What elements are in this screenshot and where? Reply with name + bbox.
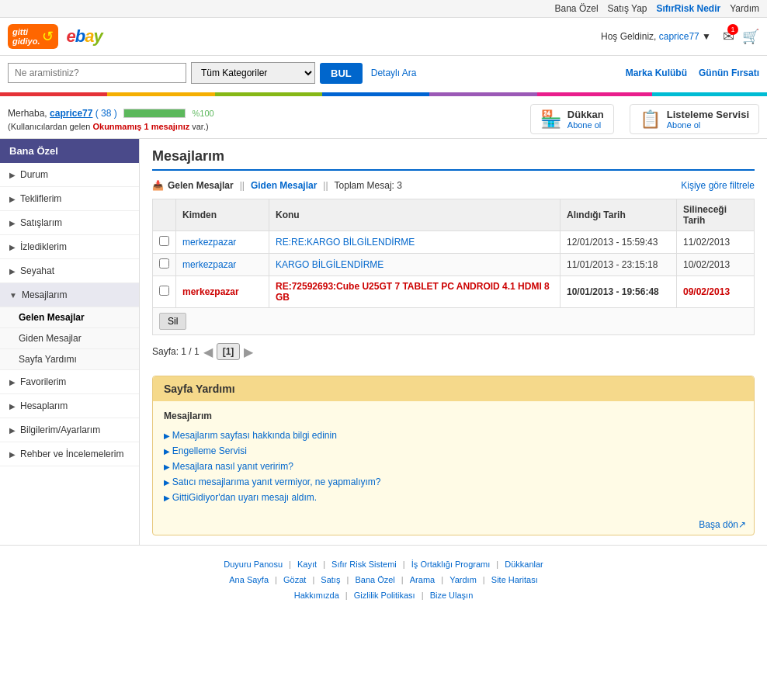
username-link[interactable]: caprice77: [659, 31, 699, 42]
footer-link-bize-ulasin[interactable]: Bize Ulaşın: [430, 591, 474, 600]
listeleme-title: Listeleme Servisi: [667, 109, 749, 120]
mail-icon[interactable]: ✉ 1: [723, 28, 734, 45]
footer-link-gozat[interactable]: Gözat: [283, 575, 306, 584]
sidebar-item-durum[interactable]: ▶ Durum: [0, 163, 139, 187]
sidebar-item-izlediklerim[interactable]: ▶ İzlediklerim: [0, 235, 139, 259]
th-date: Alındığı Tarih: [560, 199, 677, 231]
sidebar-item-rehber[interactable]: ▶ Rehber ve İncelemelerim: [0, 442, 139, 466]
nav-yardim[interactable]: Yardım: [730, 3, 759, 14]
user-profile-link[interactable]: caprice77: [50, 108, 92, 119]
help-box-body: Mesajlarım Mesajlarım sayfası hakkında b…: [153, 401, 754, 515]
nav-sifir-risk[interactable]: SıfırRisk Nedir: [657, 3, 721, 14]
footer-link-ana-sayfa[interactable]: Ana Sayfa: [229, 575, 269, 584]
sidebar-label-tekliflerim: Tekliflerim: [20, 193, 61, 204]
footer-link-bana-ozel[interactable]: Bana Özel: [355, 575, 394, 584]
messages-table: Kimden Konu Alındığı Tarih Silineceği Ta…: [152, 199, 755, 335]
arrow-icon-favorilerim: ▶: [9, 378, 16, 386]
footer-link-gizlilik[interactable]: Gizlilik Politikası: [354, 591, 415, 600]
nav-bana-ozel[interactable]: Bana Özel: [555, 3, 599, 14]
nav-satis-yap[interactable]: Satış Yap: [608, 3, 647, 14]
footer: Duyuru Panosu | Kayıt | Sıfır Risk Siste…: [0, 545, 767, 615]
footer-link-site-haritasi[interactable]: Site Haritası: [491, 575, 538, 584]
tab-separator-2: ||: [323, 180, 328, 191]
row2-from-link[interactable]: merkezpazar: [182, 259, 236, 270]
sidebar-label-durum: Durum: [20, 169, 48, 180]
back-to-top[interactable]: Başa dön↗: [153, 515, 754, 535]
filter-link[interactable]: Kişiye göre filtrele: [681, 180, 755, 191]
sidebar-label-favorilerim: Favorilerim: [20, 376, 66, 387]
footer-link-kayit[interactable]: Kayıt: [297, 560, 317, 569]
delete-button[interactable]: Sil: [159, 313, 186, 330]
current-page[interactable]: [1]: [217, 343, 241, 360]
unread-link[interactable]: Okunmamış 1 mesajınız: [92, 122, 189, 131]
row2-date: 11/01/2013 - 23:15:18: [560, 254, 677, 276]
row3-delete-date: 09/02/2013: [677, 276, 755, 308]
help-link-5[interactable]: GittiGidiyor'dan uyarı mesajı aldım.: [164, 490, 743, 505]
row2-checkbox[interactable]: [159, 258, 169, 269]
dropdown-arrow[interactable]: ▼: [702, 31, 711, 42]
user-welcome-right: 🏪 Dükkan Abone ol 📋 Listeleme Servisi Ab…: [530, 104, 759, 134]
th-subject: Konu: [269, 199, 560, 231]
gitti-logo[interactable]: gittigidiyo. ↺: [8, 24, 58, 49]
row1-from-link[interactable]: merkezpazar: [182, 237, 236, 248]
ebay-logo[interactable]: ebay: [66, 26, 102, 47]
footer-link-dukkanlar[interactable]: Dükkanlar: [505, 560, 543, 569]
sidebar-item-tekliflerim[interactable]: ▶ Tekliflerim: [0, 187, 139, 211]
help-link-3[interactable]: Mesajlara nasıl yanıt veririm?: [164, 459, 743, 474]
row2-delete-date: 10/02/2013: [677, 254, 755, 276]
gun-firsati-link[interactable]: Günün Fırsatı: [699, 68, 759, 78]
percent-text: %100: [192, 109, 213, 118]
sidebar-sub-gelen[interactable]: Gelen Mesajlar: [0, 307, 139, 328]
category-select[interactable]: Tüm Kategoriler: [191, 62, 315, 84]
listeleme-subtitle[interactable]: Abone ol: [667, 120, 749, 130]
footer-link-satis[interactable]: Satış: [321, 575, 340, 584]
row3-from-link[interactable]: merkezpazar: [182, 286, 239, 297]
tab-gelen[interactable]: Gelen Mesajlar: [168, 180, 234, 191]
ebay-e: e: [66, 26, 75, 46]
row1-subject-link[interactable]: RE:RE:KARGO BİLGİLENDİRME: [276, 237, 415, 248]
sidebar-sub-giden[interactable]: Giden Mesajlar: [0, 328, 139, 349]
main-layout: Bana Özel ▶ Durum ▶ Tekliflerim ▶ Satışl…: [0, 138, 767, 545]
greeting-text: Merhaba,: [8, 108, 47, 119]
user-welcome-left: Merhaba, caprice77 ( 38 ) %100 (Kullanıc…: [8, 108, 214, 131]
footer-link-sifir[interactable]: Sıfır Risk Sistemi: [331, 560, 397, 569]
help-link-2[interactable]: Engelleme Servisi: [164, 443, 743, 459]
footer-link-hakkimizda[interactable]: Hakkımızda: [294, 591, 339, 600]
row3-checkbox-cell: [153, 276, 176, 308]
detailed-search-link[interactable]: Detaylı Ara: [371, 68, 417, 78]
listeleme-service[interactable]: 📋 Listeleme Servisi Abone ol: [630, 104, 759, 134]
sidebar-item-satislarim[interactable]: ▶ Satışlarım: [0, 211, 139, 235]
tab-giden[interactable]: Giden Mesajlar: [251, 180, 317, 191]
sidebar-item-hesaplarim[interactable]: ▶ Hesaplarım: [0, 394, 139, 418]
row1-checkbox[interactable]: [159, 236, 169, 246]
sidebar-item-mesajlarim[interactable]: ▼ Mesajlarım: [0, 283, 139, 307]
footer-link-is-ortakligi[interactable]: İş Ortaklığı Programı: [411, 560, 490, 569]
header: gittigidiyo. ↺ ebay Hoş Geldiniz, capric…: [0, 18, 767, 56]
help-link-1[interactable]: Mesajlarım sayfası hakkında bilgi edinin: [164, 428, 743, 443]
help-box-header: Sayfa Yardımı: [153, 376, 754, 401]
th-delete-date: Silineceği Tarih: [677, 199, 755, 231]
dukkan-subtitle[interactable]: Abone ol: [567, 120, 604, 130]
sidebar-item-favorilerim[interactable]: ▶ Favorilerim: [0, 370, 139, 394]
footer-row-2: Ana Sayfa | Gözat | Satış | Bana Özel | …: [8, 573, 759, 588]
row2-subject-link[interactable]: KARGO BİLGİLENDİRME: [276, 259, 384, 270]
row3-date: 10/01/2013 - 19:56:48: [560, 276, 677, 308]
dukkan-service[interactable]: 🏪 Dükkan Abone ol: [530, 104, 614, 134]
search-button[interactable]: BUL: [320, 63, 363, 84]
search-input[interactable]: [8, 63, 186, 83]
row3-checkbox[interactable]: [159, 286, 169, 296]
row3-subject-link[interactable]: RE:72592693:Cube U25GT 7 TABLET PC ANDRO…: [276, 281, 550, 303]
marka-kulubu-link[interactable]: Marka Kulübü: [626, 68, 687, 78]
sidebar-header: Bana Özel: [0, 139, 139, 163]
sidebar-item-seyahat[interactable]: ▶ Seyahat: [0, 259, 139, 283]
footer-link-yardim[interactable]: Yardım: [449, 575, 477, 584]
sidebar-item-bilgilerim[interactable]: ▶ Bilgilerim/Ayarlarım: [0, 418, 139, 442]
footer-link-arama[interactable]: Arama: [410, 575, 435, 584]
footer-link-duyuru[interactable]: Duyuru Panosu: [224, 560, 283, 569]
sidebar-sub-sayfa-yardimi[interactable]: Sayfa Yardımı: [0, 349, 139, 370]
next-page-btn[interactable]: ▶: [244, 345, 253, 359]
help-link-4[interactable]: Satıcı mesajlarıma yanıt vermiyor, ne ya…: [164, 474, 743, 490]
prev-page-btn[interactable]: ◀: [203, 345, 213, 359]
cart-icon[interactable]: 🛒: [742, 28, 759, 45]
sidebar-label-satislarim: Satışlarım: [20, 217, 62, 228]
